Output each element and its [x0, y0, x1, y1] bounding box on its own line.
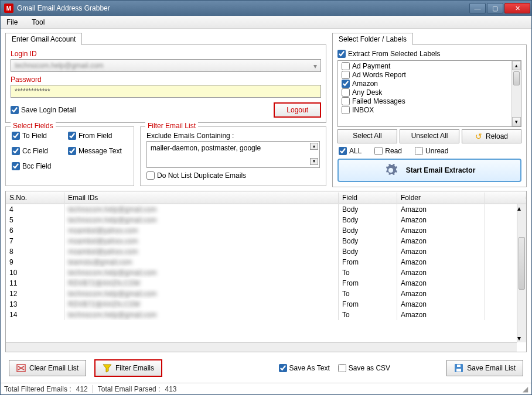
login-id-label: Login ID [11, 50, 321, 58]
reload-icon: ↺ [475, 132, 482, 141]
label-item[interactable]: INBOX [340, 106, 519, 114]
exclude-input[interactable]: mailer-daemon, postmaster, google ▴▾ [146, 141, 320, 168]
label-item[interactable]: Failed Messages [340, 97, 519, 105]
status-bar: Total Filtered Emails : 412 Total Email … [1, 383, 531, 394]
col-spacer [485, 197, 526, 199]
select-all-button[interactable]: Select All [337, 129, 397, 143]
table-header: S.No. Email IDs Field Folder [6, 191, 526, 204]
extract-labels-checkbox[interactable]: Extract From Selected Labels [337, 50, 521, 58]
col-field[interactable]: Field [339, 193, 397, 203]
table-row[interactable]: 14technocom.help@gmail.comToAmazon [6, 310, 526, 320]
label-item[interactable]: Ad Payment [340, 62, 519, 70]
tab-enter-account[interactable]: Enter Gmail Account [5, 33, 82, 45]
table-row[interactable]: 8msambol@yahoo.comBodyAmazon [6, 246, 526, 257]
select-fields-group: Select Fields To Field Cc Field Bcc Fiel… [5, 126, 134, 186]
table-row[interactable]: 10technocom.help@gmail.comToAmazon [6, 267, 526, 278]
filter-email-title: Filter Email List [145, 122, 198, 130]
save-email-list-button[interactable]: Save Email List [446, 360, 523, 376]
account-panel: Login ID technocom.help@gmail.com ▾ Pass… [5, 44, 326, 123]
all-checkbox[interactable]: ALL [339, 147, 362, 155]
unread-checkbox[interactable]: Unread [415, 147, 448, 155]
label-item[interactable]: Amazon [340, 80, 519, 88]
message-text-checkbox[interactable]: Message Text [68, 147, 122, 155]
password-input[interactable]: ************* [11, 85, 321, 98]
spin-up-icon[interactable]: ▴ [310, 143, 318, 150]
scroll-thumb[interactable] [513, 71, 520, 85]
menubar: File Tool [1, 16, 531, 29]
svg-rect-2 [456, 369, 461, 372]
resize-grip-icon[interactable]: ◢ [523, 385, 528, 393]
scroll-down-icon[interactable]: ▾ [512, 117, 521, 126]
funnel-icon [103, 363, 112, 373]
col-email[interactable]: Email IDs [64, 193, 339, 203]
spin-down-icon[interactable]: ▾ [310, 158, 318, 165]
table-row[interactable]: 7msambol@yahoo.comBodyAmazon [6, 236, 526, 246]
chevron-down-icon: ▾ [313, 62, 317, 70]
filter-email-group: Filter Email List Exclude Emails Contain… [140, 126, 326, 186]
gear-icon [384, 163, 398, 177]
table-row[interactable]: 4technocom.help@gmail.comBodyAmazon [6, 204, 526, 215]
scroll-up-icon[interactable]: ▴ [512, 61, 521, 70]
from-field-checkbox[interactable]: From Field [68, 132, 122, 140]
scroll-up-icon[interactable]: ▴ [517, 204, 526, 212]
table-row[interactable]: 11RDVB72@AHZN.COMFromAmazon [6, 278, 526, 288]
bottom-toolbar: Clear Email List Filter Emails Save As T… [5, 355, 527, 379]
scroll-down-icon[interactable]: ▾ [517, 334, 526, 342]
app-icon: M [4, 4, 13, 13]
select-fields-title: Select Fields [11, 122, 56, 130]
unselect-all-button[interactable]: Unselect All [400, 129, 459, 143]
no-duplicate-checkbox[interactable]: Do Not List Duplicate Emails [146, 171, 320, 180]
table-row[interactable]: 6msambol@yahoo.comBodyAmazon [6, 225, 526, 236]
clear-icon [16, 363, 26, 373]
reload-button[interactable]: ↺Reload [462, 129, 521, 143]
table-hscrollbar[interactable] [6, 342, 517, 352]
table-row[interactable]: 13RDVB72@AHZN.COMFromAmazon [6, 299, 526, 310]
bcc-field-checkbox[interactable]: Bcc Field [12, 162, 62, 170]
cc-field-checkbox[interactable]: Cc Field [12, 147, 62, 155]
status-parsed-value: 413 [165, 385, 176, 393]
save-as-text-checkbox[interactable]: Save As Text [279, 364, 330, 372]
window-title: Gmail Email Address Grabber [17, 4, 469, 12]
menu-file[interactable]: File [6, 18, 18, 26]
status-filtered-value: 412 [76, 385, 88, 393]
save-as-csv-checkbox[interactable]: Save as CSV [338, 364, 390, 372]
table-row[interactable]: 12technocom.help@gmail.comToAmazon [6, 288, 526, 299]
label-item[interactable]: Ad Words Report [340, 71, 519, 79]
login-id-value: technocom.help@gmail.com [15, 61, 104, 70]
maximize-button[interactable]: ▢ [487, 3, 503, 13]
table-row[interactable]: 9teamstu@gmail.comFromAmazon [6, 257, 526, 267]
col-folder[interactable]: Folder [397, 193, 485, 203]
scroll-thumb[interactable] [519, 237, 525, 290]
menu-tool[interactable]: Tool [32, 18, 45, 26]
read-checkbox[interactable]: Read [374, 147, 402, 155]
exclude-label: Exclude Emails Containing : [146, 132, 320, 140]
folders-panel: Extract From Selected Labels Ad PaymentA… [332, 44, 527, 187]
tab-select-folder[interactable]: Select Folder / Labels [332, 33, 413, 45]
filter-emails-button[interactable]: Filter Emails [94, 359, 162, 377]
start-extractor-button[interactable]: Start Email Extractor [337, 159, 521, 182]
clear-list-button[interactable]: Clear Email List [9, 360, 86, 376]
status-parsed-label: Total Email Parsed : [98, 385, 161, 393]
titlebar[interactable]: M Gmail Email Address Grabber — ▢ ✕ [1, 1, 531, 16]
app-window: M Gmail Email Address Grabber — ▢ ✕ File… [0, 0, 532, 395]
table-vscrollbar[interactable]: ▴ ▾ [517, 204, 526, 342]
login-id-combo[interactable]: technocom.help@gmail.com ▾ [11, 59, 321, 72]
save-icon [454, 363, 463, 373]
status-filtered-label: Total Filtered Emails : [4, 385, 71, 393]
labels-listbox[interactable]: Ad PaymentAd Words ReportAmazonAny DeskF… [337, 60, 521, 127]
password-label: Password [11, 75, 321, 84]
table-row[interactable]: 5technocom.help@gmail.comBodyAmazon [6, 215, 526, 225]
to-field-checkbox[interactable]: To Field [12, 132, 62, 140]
label-item[interactable]: Any Desk [340, 88, 519, 97]
logout-button[interactable]: Logout [274, 102, 321, 118]
save-login-checkbox[interactable]: Save Login Detail [11, 106, 76, 114]
svg-rect-3 [457, 365, 461, 367]
close-button[interactable]: ✕ [504, 3, 530, 13]
col-sno[interactable]: S.No. [6, 193, 64, 203]
results-table: S.No. Email IDs Field Folder 4technocom.… [5, 191, 527, 352]
minimize-button[interactable]: — [469, 3, 486, 13]
labels-scrollbar[interactable]: ▴ ▾ [511, 61, 521, 126]
